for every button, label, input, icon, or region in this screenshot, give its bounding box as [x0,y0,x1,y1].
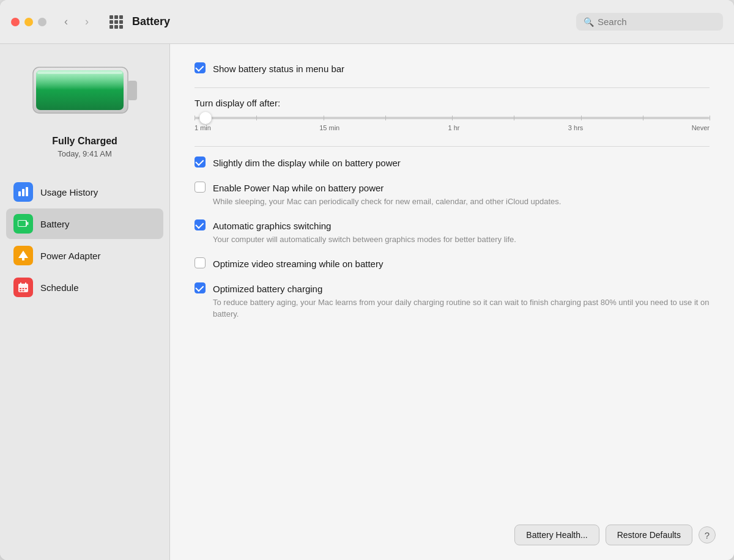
video-streaming-label: Optimize video streaming while on batter… [213,257,383,270]
slider-label-15min: 15 min [319,124,339,131]
slider-label-3hrs: 3 hrs [568,124,583,131]
usage-history-label: Usage History [40,187,98,197]
main-content: Fully Charged Today, 9:41 AM Usage Histo… [0,44,734,560]
back-button[interactable]: ‹ [57,13,75,31]
divider-1 [195,87,710,88]
auto-graphics-label: Automatic graphics switching [213,219,516,232]
tick-7 [581,116,582,120]
show-battery-status-row: Show battery status in menu bar [195,62,710,75]
video-streaming-checkbox[interactable] [195,257,206,268]
optimized-charging-checkbox[interactable] [195,282,206,293]
battery-icon-container [30,62,140,123]
sidebar-item-battery[interactable]: Battery [6,208,163,239]
tick-3 [324,116,324,120]
svg-marker-11 [18,251,28,260]
slider-thumb[interactable] [199,112,212,124]
search-box[interactable]: 🔍 [576,13,723,31]
svg-rect-18 [25,288,27,289]
settings-panel: Show battery status in menu bar Turn dis… [170,44,734,560]
optimized-charging-row: Optimized battery charging To reduce bat… [195,282,710,319]
power-nap-text: Enable Power Nap while on battery power … [213,182,561,207]
help-button[interactable]: ? [699,526,716,543]
battery-nav-label: Battery [40,219,70,229]
svg-rect-7 [26,187,28,196]
schedule-label: Schedule [40,282,79,293]
optimized-charging-text: Optimized battery charging To reduce bat… [213,282,710,319]
optimized-charging-desc: To reduce battery aging, your Mac learns… [213,297,710,319]
titlebar: ‹ › Battery 🔍 [0,0,734,44]
power-nap-checkbox[interactable] [195,182,206,193]
sidebar-item-schedule[interactable]: Schedule [6,272,163,303]
close-button[interactable] [11,18,20,26]
tick-5 [452,116,453,120]
sidebar-item-usage-history[interactable]: Usage History [6,177,163,207]
sidebar-item-power-adapter[interactable]: Power Adapter [6,240,163,271]
grid-icon[interactable] [106,12,126,32]
power-adapter-icon [13,246,33,265]
divider-2 [195,146,710,147]
svg-rect-19 [20,290,21,292]
dim-display-label: Slightly dim the display while on batter… [213,157,401,169]
tick-1 [195,116,195,120]
slider-labels: 1 min 15 min 1 hr 3 hrs Never [195,124,710,131]
svg-rect-6 [22,189,24,196]
window-controls [11,18,46,26]
usage-history-icon [13,182,33,202]
sidebar-nav: Usage History Battery [0,177,169,304]
show-battery-status-checkbox[interactable] [195,62,206,73]
optimized-charging-label: Optimized battery charging [213,282,710,295]
power-nap-label: Enable Power Nap while on battery power [213,182,561,194]
svg-rect-14 [20,282,21,285]
turn-display-off-label: Turn display off after: [195,98,710,108]
svg-rect-13 [18,284,28,287]
svg-rect-5 [18,191,21,196]
tick-8 [643,116,643,120]
auto-graphics-text: Automatic graphics switching Your comput… [213,219,516,245]
footer-buttons: Battery Health... Restore Defaults ? [514,525,716,545]
tick-6 [514,116,514,120]
auto-graphics-checkbox[interactable] [195,219,206,230]
svg-rect-17 [23,288,24,289]
power-adapter-label: Power Adapter [40,251,100,261]
auto-graphics-desc: Your computer will automatically switch … [213,234,516,245]
tick-9 [710,116,710,120]
slider-label-min: 1 min [195,124,211,131]
video-streaming-row: Optimize video streaming while on batter… [195,257,710,270]
power-nap-desc: While sleeping, your Mac can periodicall… [213,196,561,207]
slider-label-never: Never [692,124,710,131]
page-title: Battery [132,15,576,28]
svg-rect-10 [27,222,29,225]
power-nap-row: Enable Power Nap while on battery power … [195,182,710,207]
battery-health-button[interactable]: Battery Health... [514,525,599,545]
search-input[interactable] [598,17,716,27]
sidebar: Fully Charged Today, 9:41 AM Usage Histo… [0,44,170,560]
forward-button[interactable]: › [78,13,95,31]
tick-4 [385,116,386,120]
svg-rect-9 [18,221,26,226]
status-title: Fully Charged [52,136,117,147]
restore-defaults-button[interactable]: Restore Defaults [606,525,692,545]
show-battery-status-label: Show battery status in menu bar [213,62,344,75]
slider-container [195,117,710,119]
search-icon: 🔍 [584,17,594,27]
dim-display-row: Slightly dim the display while on batter… [195,157,710,169]
minimize-button[interactable] [24,18,33,26]
battery-nav-icon [13,214,33,234]
status-time: Today, 9:41 AM [52,149,117,158]
tick-2 [256,116,257,120]
nav-arrows: ‹ › [57,13,95,31]
battery-graphic [30,62,140,120]
slider-label-1hr: 1 hr [448,124,460,131]
battery-status: Fully Charged Today, 9:41 AM [52,136,117,158]
schedule-icon [13,278,33,297]
svg-rect-20 [23,290,24,292]
maximize-button[interactable] [38,18,46,26]
svg-rect-1 [128,81,137,100]
display-off-section: Turn display off after: [195,98,710,131]
main-window: ‹ › Battery 🔍 [0,0,734,560]
svg-rect-15 [25,282,26,285]
dim-display-checkbox[interactable] [195,157,206,168]
svg-rect-16 [20,288,21,289]
auto-graphics-row: Automatic graphics switching Your comput… [195,219,710,245]
slider-track[interactable] [195,117,710,119]
